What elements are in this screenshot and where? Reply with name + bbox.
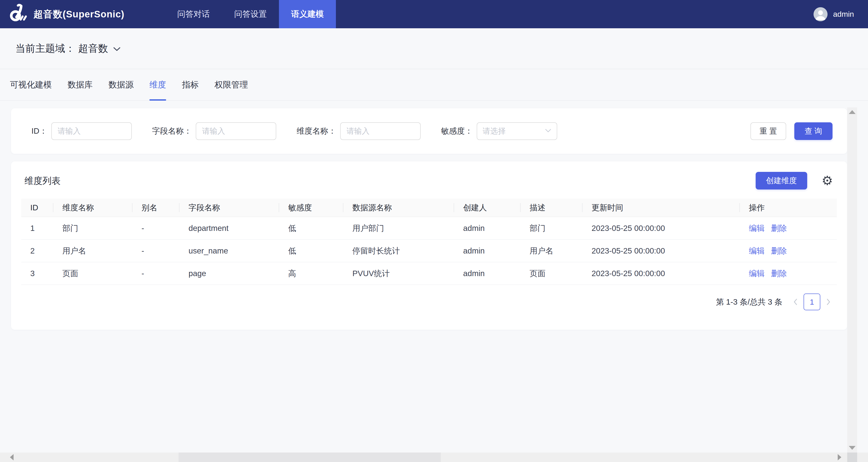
create-dimension-button[interactable]: 创建维度 [756,172,807,189]
main-nav: 问答对话 问答设置 语义建模 [165,0,336,28]
scroll-down-arrow[interactable] [849,446,856,450]
cell-id: 1 [21,217,53,240]
cell-datasource: 用户部门 [343,217,454,240]
pagination-prev-icon[interactable] [790,294,800,310]
cell-dimension-name: 用户名 [53,240,132,262]
cell-creator: admin [454,262,521,285]
col-sensitivity: 敏感度 [279,198,343,217]
filter-sensitivity: 敏感度： 请选择 [441,122,557,140]
pagination-next-icon[interactable] [824,294,833,310]
dimension-table: ID 维度名称 别名 字段名称 敏感度 数据源名称 创建人 描述 更新时间 操作… [21,198,837,285]
filter-dimension-name: 维度名称： [297,122,421,140]
cell-field-name: user_name [180,240,279,262]
subject-domain-bar: 当前主题域： 超音数 [0,28,868,69]
cell-description: 用户名 [521,240,583,262]
table-header-row: ID 维度名称 别名 字段名称 敏感度 数据源名称 创建人 描述 更新时间 操作 [21,198,837,217]
cell-update-time: 2023-05-25 00:00:00 [583,240,740,262]
cell-field-name: page [180,262,279,285]
tab-database[interactable]: 数据库 [68,69,93,100]
filter-bar: ID： 字段名称： 维度名称： 敏感度： 请选择 重 置 查 询 [11,108,847,154]
filter-id-label: ID： [31,126,47,136]
col-id: ID [21,198,53,217]
cell-description: 页面 [521,262,583,285]
cell-sensitivity: 高 [279,262,343,285]
search-button[interactable]: 查 询 [794,122,833,140]
cell-datasource: 停留时长统计 [343,240,454,262]
cell-actions: 编辑删除 [740,217,837,240]
tab-datasource[interactable]: 数据源 [108,69,133,100]
delete-link[interactable]: 删除 [771,224,787,233]
vertical-scrollbar[interactable] [847,107,857,453]
filter-id-input[interactable] [51,122,132,140]
user-avatar-icon [813,7,828,21]
select-placeholder: 请选择 [483,126,506,136]
tab-metric[interactable]: 指标 [182,69,199,100]
pagination-summary: 第 1-3 条/总共 3 条 [716,297,782,307]
filter-sensitivity-label: 敏感度： [441,126,473,136]
edit-link[interactable]: 编辑 [749,224,765,233]
cell-update-time: 2023-05-25 00:00:00 [583,217,740,240]
cell-alias: - [132,217,180,240]
cell-alias: - [132,240,180,262]
cell-datasource: PVUV统计 [343,262,454,285]
dimension-list-card: 维度列表 创建维度 ⚙ ID 维度名称 别名 字段名称 敏感度 数据源名称 [11,161,847,330]
username-label: admin [833,10,854,19]
scroll-right-arrow[interactable] [838,454,841,460]
tab-dimension[interactable]: 维度 [149,69,166,100]
table-row: 3 页面 - page 高 PVUV统计 admin 页面 2023-05-25… [21,262,837,285]
app-title: 超音数(SuperSonic) [33,8,124,21]
filter-dimension-name-label: 维度名称： [297,126,336,136]
cell-creator: admin [454,240,521,262]
pagination: 第 1-3 条/总共 3 条 1 [11,294,847,310]
cell-sensitivity: 低 [279,240,343,262]
filter-dimension-name-input[interactable] [340,122,421,140]
subject-domain-value[interactable]: 超音数 [78,42,108,55]
cell-creator: admin [454,217,521,240]
scroll-up-arrow[interactable] [849,110,856,114]
filter-field-name-label: 字段名称： [152,126,192,136]
cell-update-time: 2023-05-25 00:00:00 [583,262,740,285]
cell-id: 2 [21,240,53,262]
edit-link[interactable]: 编辑 [749,246,765,255]
reset-button[interactable]: 重 置 [750,122,786,140]
nav-item-qa-settings[interactable]: 问答设置 [222,0,279,28]
pagination-page-1[interactable]: 1 [804,294,820,310]
scrollbar-corner [847,453,857,462]
list-title: 维度列表 [24,175,61,187]
filter-field-name: 字段名称： [152,122,276,140]
horizontal-scrollbar[interactable] [0,453,868,462]
delete-link[interactable]: 删除 [771,246,787,255]
col-datasource-name: 数据源名称 [343,198,454,217]
filter-sensitivity-select[interactable]: 请选择 [477,122,557,140]
cell-field-name: department [180,217,279,240]
tab-visual-modeling[interactable]: 可视化建模 [10,69,52,100]
nav-item-qa-chat[interactable]: 问答对话 [165,0,222,28]
col-creator: 创建人 [454,198,521,217]
col-description: 描述 [521,198,583,217]
nav-item-semantic-modeling[interactable]: 语义建模 [279,0,336,28]
filter-id: ID： [31,122,132,140]
cell-description: 部门 [521,217,583,240]
cell-dimension-name: 页面 [53,262,132,285]
supersonic-logo-icon [8,3,29,25]
delete-link[interactable]: 删除 [771,269,787,278]
cell-actions: 编辑删除 [740,240,837,262]
horizontal-scroll-thumb[interactable] [179,453,441,462]
filter-actions: 重 置 查 询 [750,122,833,140]
cell-id: 3 [21,262,53,285]
edit-link[interactable]: 编辑 [749,269,765,278]
filter-field-name-input[interactable] [196,122,276,140]
brand-area: 超音数(SuperSonic) [0,0,124,28]
col-field-name: 字段名称 [180,198,279,217]
table-row: 1 部门 - department 低 用户部门 admin 部门 2023-0… [21,217,837,240]
cell-sensitivity: 低 [279,217,343,240]
gear-icon[interactable]: ⚙ [822,174,833,187]
list-header: 维度列表 创建维度 ⚙ [11,161,847,198]
scroll-left-arrow[interactable] [10,454,13,460]
user-menu[interactable]: admin [813,0,854,28]
subject-domain-label: 当前主题域： [16,42,75,55]
cell-alias: - [132,262,180,285]
tab-permission[interactable]: 权限管理 [215,69,248,100]
col-update-time: 更新时间 [583,198,740,217]
chevron-down-icon[interactable] [111,45,121,52]
